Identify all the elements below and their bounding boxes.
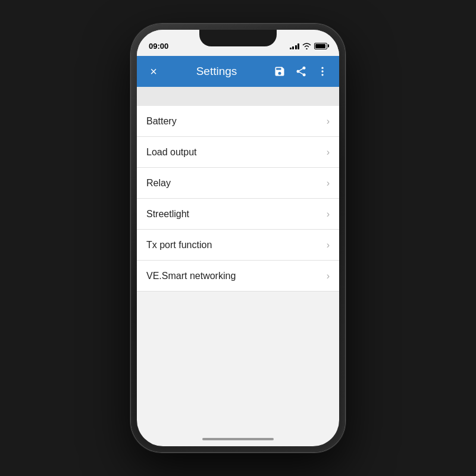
menu-item-relay[interactable]: Relay › xyxy=(137,168,339,199)
menu-item-label: Tx port function xyxy=(146,240,212,250)
menu-item-label: Battery xyxy=(146,116,177,127)
menu-item-battery[interactable]: Battery › xyxy=(137,106,339,137)
phone-notch xyxy=(199,30,277,46)
app-bar-actions xyxy=(270,62,332,81)
chevron-right-icon: › xyxy=(327,240,330,250)
phone-screen: 09:00 × Settings xyxy=(137,30,339,446)
menu-item-label: Load output xyxy=(146,147,197,158)
save-button[interactable] xyxy=(270,62,289,81)
chevron-right-icon: › xyxy=(327,147,330,158)
settings-menu: Battery › Load output › Relay › Streetli… xyxy=(137,106,339,292)
menu-item-load-output[interactable]: Load output › xyxy=(137,137,339,168)
menu-item-streetlight[interactable]: Streetlight › xyxy=(137,199,339,230)
close-button[interactable]: × xyxy=(144,62,163,81)
status-icons xyxy=(290,43,328,49)
chevron-right-icon: › xyxy=(327,116,330,127)
svg-point-0 xyxy=(321,67,323,69)
battery-icon xyxy=(314,43,327,49)
more-button[interactable] xyxy=(313,62,332,81)
app-bar: × Settings xyxy=(137,56,339,87)
menu-item-label: Relay xyxy=(146,178,171,189)
wifi-icon xyxy=(302,43,311,49)
phone-frame: 09:00 × Settings xyxy=(131,24,345,452)
chevron-right-icon: › xyxy=(327,209,330,220)
signal-icon xyxy=(290,43,300,49)
menu-item-tx-port[interactable]: Tx port function › xyxy=(137,230,339,261)
section-header xyxy=(137,87,339,106)
svg-point-2 xyxy=(321,74,323,76)
share-icon xyxy=(295,65,307,77)
app-bar-title: Settings xyxy=(168,65,265,78)
chevron-right-icon: › xyxy=(327,271,330,281)
menu-item-label: VE.Smart networking xyxy=(146,271,236,281)
menu-item-ve-smart[interactable]: VE.Smart networking › xyxy=(137,261,339,292)
share-button[interactable] xyxy=(292,62,311,81)
menu-item-label: Streetlight xyxy=(146,209,189,220)
more-icon xyxy=(317,65,328,77)
status-time: 09:00 xyxy=(149,42,168,51)
chevron-right-icon: › xyxy=(327,178,330,189)
save-icon xyxy=(274,65,286,77)
svg-point-1 xyxy=(321,70,323,72)
home-indicator xyxy=(202,438,274,440)
